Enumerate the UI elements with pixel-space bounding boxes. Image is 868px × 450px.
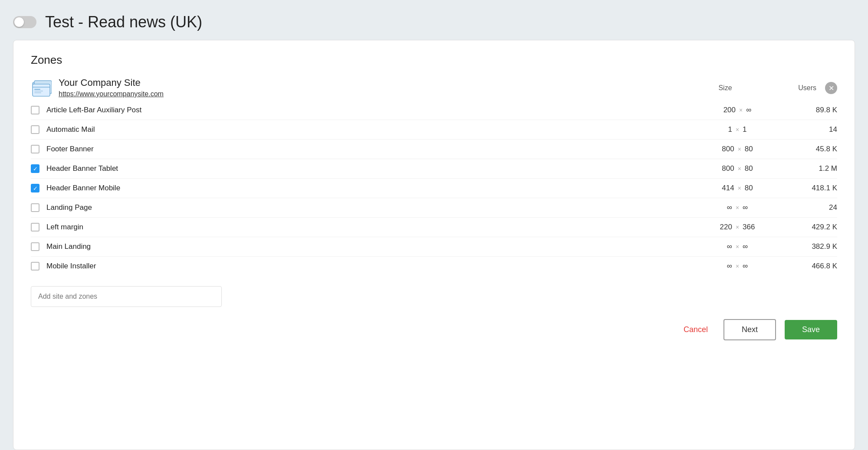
toggle-switch[interactable] <box>13 16 36 28</box>
zones-list: Article Left-Bar Auxiliary Post200×∞89.8… <box>31 101 837 276</box>
zone-row: Main Landing∞×∞382.9 K <box>31 237 837 257</box>
close-site-button[interactable]: ✕ <box>825 82 837 94</box>
zone-row: Footer Banner800×8045.8 K <box>31 140 837 159</box>
zone-name: Landing Page <box>46 203 690 212</box>
zones-title: Zones <box>31 53 837 67</box>
zone-users: 14 <box>785 125 837 134</box>
site-icon <box>31 78 52 99</box>
zone-name: Header Banner Mobile <box>46 184 690 192</box>
zone-users: 382.9 K <box>785 242 837 251</box>
zone-users: 418.1 K <box>785 184 837 192</box>
main-card: Zones Your Company Site https://www.your… <box>13 40 855 450</box>
zone-row: Header Banner Tablet800×801.2 M <box>31 159 837 179</box>
svg-rect-4 <box>34 89 40 90</box>
zone-checkbox[interactable] <box>31 184 39 192</box>
next-button[interactable]: Next <box>723 319 776 340</box>
zone-size: ∞×∞ <box>690 262 785 271</box>
zone-size: 414×80 <box>690 184 785 192</box>
zone-users: 24 <box>785 203 837 212</box>
svg-rect-6 <box>34 92 41 93</box>
site-left: Your Company Site https://www.yourcompan… <box>31 77 164 99</box>
zone-checkbox[interactable] <box>31 164 39 173</box>
zone-checkbox[interactable] <box>31 262 39 271</box>
footer-actions: Cancel Next Save <box>31 307 837 349</box>
site-url[interactable]: https://www.yourcompanysite.com <box>59 90 164 98</box>
zone-row: Header Banner Mobile414×80418.1 K <box>31 179 837 198</box>
cancel-button[interactable]: Cancel <box>677 321 715 339</box>
col-users-header: Users <box>764 84 816 92</box>
page-header: Test - Read news (UK) <box>13 13 855 31</box>
zone-users: 466.8 K <box>785 262 837 271</box>
zone-size: ∞×∞ <box>690 203 785 212</box>
zone-size: 1×1 <box>690 125 785 134</box>
zone-size: 800×80 <box>690 145 785 153</box>
site-name: Your Company Site <box>59 77 164 88</box>
zone-name: Footer Banner <box>46 145 690 153</box>
zone-checkbox[interactable] <box>31 125 39 134</box>
zone-row: Left margin220×366429.2 K <box>31 218 837 237</box>
site-header-row: Your Company Site https://www.yourcompan… <box>31 77 837 99</box>
zone-row: Landing Page∞×∞24 <box>31 198 837 218</box>
zone-checkbox[interactable] <box>31 145 39 153</box>
svg-rect-2 <box>33 84 50 96</box>
add-site-input[interactable] <box>31 286 222 307</box>
col-size-header: Size <box>686 84 764 92</box>
zone-row: Mobile Installer∞×∞466.8 K <box>31 257 837 276</box>
zone-checkbox[interactable] <box>31 242 39 251</box>
zone-users: 45.8 K <box>785 145 837 153</box>
zone-row: Automatic Mail1×114 <box>31 120 837 140</box>
zone-size: ∞×∞ <box>690 242 785 251</box>
zone-name: Left margin <box>46 223 690 232</box>
zone-checkbox[interactable] <box>31 223 39 232</box>
site-info: Your Company Site https://www.yourcompan… <box>59 77 164 98</box>
page-title: Test - Read news (UK) <box>45 13 202 31</box>
zone-checkbox[interactable] <box>31 106 39 114</box>
save-button[interactable]: Save <box>785 320 837 339</box>
zone-name: Mobile Installer <box>46 262 690 271</box>
zone-users: 1.2 M <box>785 164 837 173</box>
zone-users: 429.2 K <box>785 223 837 232</box>
zone-size: 800×80 <box>690 164 785 173</box>
zone-size: 200×∞ <box>690 106 785 114</box>
zone-size: 220×366 <box>690 223 785 232</box>
zone-name: Automatic Mail <box>46 125 690 134</box>
zone-row: Article Left-Bar Auxiliary Post200×∞89.8… <box>31 101 837 120</box>
zone-name: Main Landing <box>46 242 690 251</box>
svg-rect-5 <box>34 91 43 91</box>
zone-checkbox[interactable] <box>31 203 39 212</box>
column-headers: Size Users ✕ <box>686 82 837 94</box>
zone-users: 89.8 K <box>785 106 837 114</box>
zone-name: Header Banner Tablet <box>46 164 690 173</box>
zone-name: Article Left-Bar Auxiliary Post <box>46 106 690 114</box>
